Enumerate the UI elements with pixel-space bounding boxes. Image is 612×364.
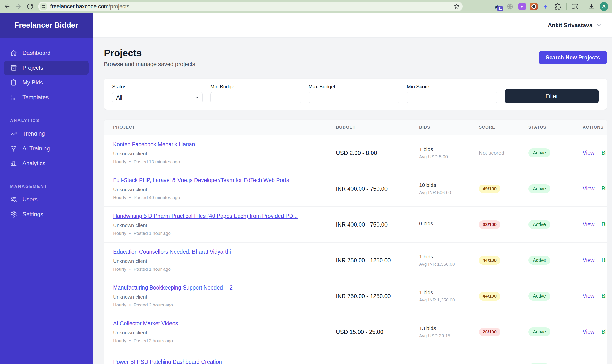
col-status: Status	[528, 125, 583, 130]
project-client: Unknown client	[113, 330, 326, 336]
status-select[interactable]: All	[112, 92, 203, 103]
col-bids: Bids	[419, 125, 479, 130]
forward-icon[interactable]	[15, 3, 22, 10]
view-link[interactable]: View	[583, 329, 594, 335]
bid-link[interactable]: Bid	[601, 185, 607, 192]
project-score: 44/100	[479, 292, 528, 300]
app-logo: Freelancer Bidder	[0, 13, 93, 38]
sidebar-item-templates[interactable]: Templates	[4, 90, 89, 104]
meta-bullet: •	[129, 159, 131, 164]
project-title-link[interactable]: Konten Facebook Menarik Harian	[113, 141, 195, 148]
layout-icon	[10, 94, 17, 101]
screen-search-icon[interactable]	[571, 2, 579, 11]
trending-up-icon	[10, 130, 17, 137]
home-icon	[10, 49, 17, 57]
chevron-down-icon[interactable]	[596, 22, 602, 29]
col-score: Score	[479, 125, 528, 130]
table-header-row: Project Budget Bids Score Status Actions	[104, 120, 607, 135]
project-title-link[interactable]: Power BI PSU Patching Dashboard Creation	[113, 359, 222, 364]
sidebar-item-analytics[interactable]: Analytics	[4, 156, 89, 170]
project-bids-avg: Avg USD 5.00	[419, 154, 479, 159]
site-settings-icon[interactable]	[40, 3, 47, 10]
project-bids-avg: Avg INR 1,350.00	[419, 262, 479, 267]
project-title-link[interactable]: Full-Stack PHP, Laravel & Vue.js Develop…	[113, 177, 291, 183]
project-meta: Hourly • Posted 13 minutes ago	[113, 159, 326, 164]
project-client: Unknown client	[113, 258, 326, 264]
extensions-puzzle-icon[interactable]	[554, 2, 562, 11]
section-label-analytics: ANALYTICS	[4, 118, 89, 123]
camera-extension-icon[interactable]	[530, 3, 538, 10]
reload-icon[interactable]	[27, 3, 33, 10]
sidebar-item-projects[interactable]: Projects	[4, 61, 89, 75]
project-title-link[interactable]: Manufacturing Bookkeeping Support Needed…	[113, 285, 233, 291]
user-menu[interactable]: Ankit Srivastava	[548, 22, 592, 29]
sidebar-item-trending[interactable]: Trending	[4, 127, 89, 141]
project-title-link[interactable]: Handwriting 5 D.Pharm Practical Files (4…	[113, 213, 298, 219]
status-badge: Active	[528, 327, 550, 336]
filter-button[interactable]: Filter	[505, 89, 598, 103]
project-bids-count: 0 bids	[419, 221, 479, 227]
download-icon[interactable]	[587, 2, 596, 11]
project-title-link[interactable]: Education Counsellors Needed: Bharat Vid…	[113, 249, 231, 255]
project-posted-time: Posted 13 minutes ago	[134, 159, 180, 164]
view-link[interactable]: View	[583, 150, 594, 156]
sidebar-item-label: Analytics	[23, 160, 45, 167]
sidebar-item-dashboard[interactable]: Dashboard	[4, 46, 89, 60]
sidebar-item-ai-training[interactable]: AI Training	[4, 141, 89, 156]
project-billing-type: Hourly	[113, 159, 126, 164]
filter-bar: Status All Min Budget Max Budget	[104, 78, 607, 110]
sidebar-item-my-bids[interactable]: My Bids	[4, 76, 89, 90]
page-title: Projects	[104, 48, 195, 58]
project-billing-type: Hourly	[113, 302, 126, 308]
status-badge: Active	[528, 184, 550, 193]
max-budget-input[interactable]	[309, 92, 399, 103]
sidebar-item-users[interactable]: Users	[4, 192, 89, 207]
project-score: 33/100	[479, 220, 528, 229]
project-client: Unknown client	[113, 222, 326, 228]
project-billing-type: Hourly	[113, 267, 126, 272]
project-bids-count: 10 bids	[419, 182, 479, 188]
globe-extension-icon[interactable]	[506, 2, 514, 11]
view-link[interactable]: View	[583, 221, 594, 228]
search-new-projects-button[interactable]: Search New Projects	[539, 51, 607, 65]
project-row: Konten Facebook Menarik Harian Unknown c…	[104, 135, 607, 171]
min-score-label: Min Score	[407, 84, 497, 90]
project-row: Power BI PSU Patching Dashboard Creation…	[104, 350, 607, 364]
php-extension-icon[interactable]: php 11	[494, 2, 502, 11]
project-bids-count: 1 bids	[419, 254, 479, 260]
chrome-separator	[566, 3, 567, 10]
meta-bullet: •	[129, 267, 131, 272]
project-budget: INR 750.00 - 1250.00	[336, 257, 419, 264]
bolt-extension-icon[interactable]	[542, 2, 550, 11]
bid-link[interactable]: Bid	[601, 221, 607, 228]
view-link[interactable]: View	[583, 293, 594, 299]
min-score-input[interactable]	[407, 92, 497, 103]
address-bar[interactable]: freelancer.haxcode.com/projects	[38, 2, 463, 11]
browser-profile-avatar[interactable]: A	[599, 2, 608, 11]
project-title-link[interactable]: AI Collector Market Videos	[113, 320, 178, 327]
chat-flame-extension-icon[interactable]	[518, 3, 526, 10]
top-header: Ankit Srivastava	[93, 13, 612, 38]
sidebar-item-settings[interactable]: Settings	[4, 207, 89, 221]
sidebar-item-label: Users	[23, 196, 38, 203]
col-project: Project	[113, 125, 336, 130]
project-score: Not scored	[479, 150, 528, 156]
bid-link[interactable]: Bid	[601, 329, 607, 335]
project-bids-avg: Avg INR 1,350.00	[419, 298, 479, 303]
project-client: Unknown client	[113, 294, 326, 300]
back-icon[interactable]	[4, 3, 11, 10]
min-budget-input[interactable]	[210, 92, 301, 103]
bid-link[interactable]: Bid	[601, 257, 607, 263]
sidebar: Freelancer Bidder Dashboard Projects My …	[0, 13, 93, 364]
bid-link[interactable]: Bid	[601, 293, 607, 299]
page-subtitle: Browse and manage saved projects	[104, 61, 195, 67]
project-meta: Hourly • Posted 2 hours ago	[113, 338, 326, 343]
view-link[interactable]: View	[583, 185, 594, 192]
bid-link[interactable]: Bid	[601, 150, 607, 156]
sidebar-item-label: Templates	[23, 94, 49, 101]
view-link[interactable]: View	[583, 257, 594, 263]
project-score: 49/100	[479, 184, 528, 193]
bookmark-star-icon[interactable]	[454, 3, 460, 10]
bar-chart-icon	[10, 160, 17, 167]
project-row: AI Collector Market Videos Unknown clien…	[104, 314, 607, 350]
